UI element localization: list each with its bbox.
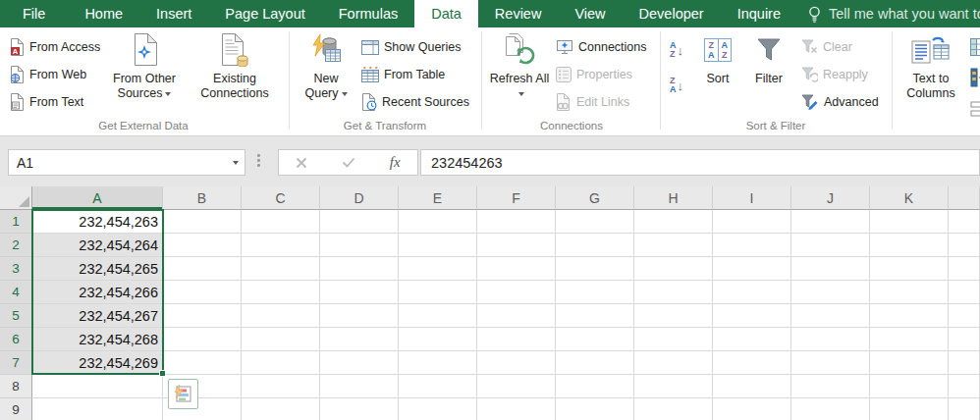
column-header-partial[interactable] xyxy=(949,186,980,210)
cell-A3[interactable]: 232,454,265 xyxy=(32,257,163,281)
cell-K2[interactable] xyxy=(870,234,949,257)
cell-D2[interactable] xyxy=(320,234,399,257)
cell-J5[interactable] xyxy=(791,304,870,328)
cell-K3[interactable] xyxy=(870,257,949,281)
from-table-button[interactable]: From Table xyxy=(357,62,449,87)
sort-ascending-button[interactable]: AZ↓ xyxy=(666,37,687,63)
cell-B3[interactable] xyxy=(163,257,242,281)
cell-partial-1[interactable] xyxy=(949,210,980,234)
from-access-button[interactable]: A From Access xyxy=(6,34,104,60)
cell-J7[interactable] xyxy=(791,351,870,375)
column-header-A[interactable]: A xyxy=(32,186,163,210)
cell-A9[interactable] xyxy=(32,398,163,420)
cell-H7[interactable] xyxy=(634,351,713,375)
fill-handle[interactable] xyxy=(159,370,166,377)
cell-partial-6[interactable] xyxy=(949,328,980,351)
cell-E1[interactable] xyxy=(399,210,477,234)
cell-I9[interactable] xyxy=(713,398,791,420)
cell-F8[interactable] xyxy=(477,375,556,398)
cell-A5[interactable]: 232,454,267 xyxy=(32,304,163,328)
cell-G5[interactable] xyxy=(556,304,634,328)
cell-A4[interactable]: 232,454,266 xyxy=(32,281,163,304)
cell-F6[interactable] xyxy=(477,328,556,351)
cell-I3[interactable] xyxy=(713,257,791,281)
cell-E7[interactable] xyxy=(399,351,477,375)
cell-C8[interactable] xyxy=(242,375,320,398)
cell-K4[interactable] xyxy=(870,281,949,304)
clear-filter-button[interactable]: Clear xyxy=(797,34,856,60)
cell-G1[interactable] xyxy=(556,210,634,234)
cell-G4[interactable] xyxy=(556,281,634,304)
column-header-K[interactable]: K xyxy=(870,186,949,210)
cell-partial-9[interactable] xyxy=(949,398,980,420)
column-header-I[interactable]: I xyxy=(713,186,791,210)
cell-E9[interactable] xyxy=(399,398,477,420)
tab-developer[interactable]: Developer xyxy=(623,0,721,27)
cell-F7[interactable] xyxy=(477,351,556,375)
cell-E4[interactable] xyxy=(399,281,477,304)
row-header-4[interactable]: 4 xyxy=(0,281,32,304)
cell-K8[interactable] xyxy=(870,375,949,398)
cell-H5[interactable] xyxy=(634,304,713,328)
cell-G2[interactable] xyxy=(556,234,634,257)
cell-C6[interactable] xyxy=(242,328,320,351)
cell-G8[interactable] xyxy=(556,375,634,398)
cell-H8[interactable] xyxy=(634,375,713,398)
cell-E6[interactable] xyxy=(399,328,477,351)
tab-formulas[interactable]: Formulas xyxy=(322,0,414,27)
cell-I4[interactable] xyxy=(713,281,791,304)
cell-I6[interactable] xyxy=(713,328,791,351)
existing-connections-button[interactable]: Existing Connections xyxy=(189,32,281,101)
formula-bar-input[interactable]: 232454263 xyxy=(420,149,980,176)
name-box[interactable]: A1 xyxy=(8,149,245,176)
cell-partial-8[interactable] xyxy=(949,375,980,398)
cell-I8[interactable] xyxy=(713,375,791,398)
cell-F9[interactable] xyxy=(477,398,556,420)
cell-C1[interactable] xyxy=(242,210,320,234)
cell-partial-4[interactable] xyxy=(949,281,980,304)
recent-sources-button[interactable]: Recent Sources xyxy=(357,89,473,115)
properties-button[interactable]: Properties xyxy=(552,62,636,87)
cell-A8[interactable] xyxy=(32,375,163,398)
select-all-button[interactable] xyxy=(0,186,32,210)
column-header-J[interactable]: J xyxy=(791,186,870,210)
column-header-D[interactable]: D xyxy=(320,186,399,210)
cell-F4[interactable] xyxy=(477,281,556,304)
cell-D4[interactable] xyxy=(320,281,399,304)
cell-F1[interactable] xyxy=(477,210,556,234)
cell-D8[interactable] xyxy=(320,375,399,398)
cell-C3[interactable] xyxy=(242,257,320,281)
tab-review[interactable]: Review xyxy=(478,0,559,27)
cell-J3[interactable] xyxy=(791,257,870,281)
sort-button[interactable]: ZAAZ Sort xyxy=(695,32,740,86)
filter-button[interactable]: Filter xyxy=(746,32,791,86)
cell-K9[interactable] xyxy=(870,398,949,420)
cell-J8[interactable] xyxy=(791,375,870,398)
cell-C5[interactable] xyxy=(242,304,320,328)
cell-E5[interactable] xyxy=(399,304,477,328)
cell-D9[interactable] xyxy=(320,398,399,420)
row-header-3[interactable]: 3 xyxy=(0,257,32,281)
cell-partial-3[interactable] xyxy=(949,257,980,281)
cell-J6[interactable] xyxy=(791,328,870,351)
cell-H6[interactable] xyxy=(634,328,713,351)
cell-A6[interactable]: 232,454,268 xyxy=(32,328,163,351)
cell-B6[interactable] xyxy=(163,328,242,351)
cell-B4[interactable] xyxy=(163,281,242,304)
name-box-dropdown-button[interactable] xyxy=(223,150,245,175)
formula-bar-resize-handle[interactable] xyxy=(257,154,260,167)
cell-H4[interactable] xyxy=(634,281,713,304)
cell-E2[interactable] xyxy=(399,234,477,257)
insert-function-button[interactable]: fx xyxy=(390,154,401,171)
cell-C9[interactable] xyxy=(242,398,320,420)
cell-D6[interactable] xyxy=(320,328,399,351)
column-header-H[interactable]: H xyxy=(634,186,713,210)
cell-B7[interactable] xyxy=(163,351,242,375)
cancel-button[interactable] xyxy=(296,157,307,169)
cell-F3[interactable] xyxy=(477,257,556,281)
cell-K7[interactable] xyxy=(870,351,949,375)
cell-I5[interactable] xyxy=(713,304,791,328)
advanced-filter-button[interactable]: Advanced xyxy=(797,89,883,115)
tab-insert[interactable]: Insert xyxy=(139,0,208,27)
cell-J1[interactable] xyxy=(791,210,870,234)
